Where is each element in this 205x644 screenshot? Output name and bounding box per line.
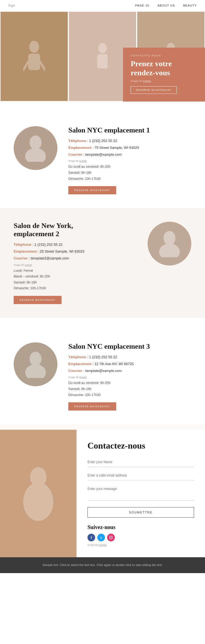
location-phone-row-3: Téléphone : 1 (232) 252 55 22 (68, 354, 191, 360)
hero-section: CONTACTEZ-NOUS Prenez votre rendez-vous … (0, 11, 205, 102)
svg-point-4 (98, 43, 107, 53)
location-address-row-2: Emplacement : 25 Street Sample, WI 63025 (14, 249, 131, 255)
reserve-button-2[interactable]: RESERVE MAINTENANT (14, 296, 61, 304)
svg-line-2 (23, 62, 28, 70)
hero-content-box: CONTACTEZ-NOUS Prenez votre rendez-vous … (123, 48, 205, 102)
location-address-row-1: Emplacement : 75 Street Sample, WI 63025 (68, 145, 191, 151)
logo: logo (8, 3, 15, 8)
svg-point-15 (23, 483, 53, 521)
location-image-2 (148, 222, 191, 265)
loc-image-credit-1: Image de Gratuit (68, 160, 191, 162)
svg-line-3 (40, 62, 45, 70)
svg-point-18 (112, 536, 112, 537)
svg-point-17 (110, 537, 112, 538)
location-email-row-1: Courrier : template@sample.com (68, 152, 191, 158)
svg-point-12 (30, 352, 42, 366)
nav-links: PAGE 15 ABOUT US BEAUTY (135, 4, 197, 7)
svg-point-8 (30, 135, 42, 150)
twitter-icon[interactable]: t (97, 534, 105, 541)
contact-section: Contactez-nous SOUMETTRE Suivez-nous f t… (0, 430, 205, 557)
location-section-3: Salon NYC emplacement 3 Téléphone : 1 (2… (0, 329, 205, 424)
instagram-icon[interactable] (107, 534, 115, 541)
location-section-1: Salon NYC emplacement 1 Téléphone : 1 (2… (0, 112, 205, 208)
submit-button[interactable]: SOUMETTRE (87, 507, 194, 518)
contact-image (0, 430, 77, 557)
hero-reserve-button[interactable]: RESERVE MAINTENANT (131, 86, 177, 94)
svg-rect-1 (28, 54, 40, 70)
facebook-icon[interactable]: f (87, 534, 95, 541)
location-title-1: Salon NYC emplacement 1 (68, 126, 191, 134)
social-icons: f t (87, 534, 194, 541)
contact-name-input[interactable] (87, 457, 194, 467)
hero-image-1 (1, 12, 68, 101)
hero-title: Prenez votre rendez-vous (131, 59, 197, 77)
nav-link-beauty[interactable]: BEAUTY (183, 4, 197, 7)
reserve-button-1[interactable]: RESERVE MAINTENANT (68, 186, 116, 194)
location-address-row-3: Emplacement : 12 7th Ave NY, WI 66725 (68, 361, 191, 367)
svg-point-0 (29, 41, 39, 53)
navigation: logo PAGE 15 ABOUT US BEAUTY (0, 0, 205, 11)
reserve-button-3[interactable]: RESERVE MAINTENANT (68, 402, 116, 411)
loc-image-credit-2: Image de Gratuit (14, 264, 131, 266)
location-email-row-3: Courrier : template@sample.com (68, 368, 191, 374)
location-image-1 (14, 126, 57, 170)
location-hours-1: Du lundi au vendredi: 8h-20h Samedi: 9h-… (68, 164, 191, 182)
svg-point-11 (159, 244, 180, 257)
location-title-3: Salon NYC emplacement 3 (68, 342, 191, 351)
location-hours-3: Du lundi au vendredi: 8h-20h Samedi: 9h-… (68, 380, 191, 398)
svg-rect-5 (97, 54, 108, 68)
footer-text: Sample text. Click to select the text bo… (8, 563, 197, 568)
loc-image-credit-3: Image de Gratuit (68, 376, 191, 379)
contact-credit: Image de Freepik (87, 544, 194, 546)
svg-point-10 (163, 231, 175, 245)
location-info-1: Salon NYC emplacement 1 Téléphone : 1 (2… (68, 126, 191, 194)
contact-message-input[interactable] (87, 484, 194, 501)
location-info-3: Salon NYC emplacement 3 Téléphone : 1 (2… (68, 342, 191, 411)
location-hours-2: Lundi: Fermé Mardi – vendredi: 8h-20h Sa… (14, 268, 131, 291)
contact-form: Contactez-nous SOUMETTRE Suivez-nous f t… (77, 430, 205, 557)
svg-point-9 (25, 148, 46, 162)
location-title-2: Salon de New York,emplacement 2 (14, 222, 131, 238)
nav-link-about[interactable]: ABOUT US (157, 4, 175, 7)
contact-email-input[interactable] (87, 471, 194, 480)
location-phone-row-1: Téléphone : 1 (232) 252 55 22 (68, 138, 191, 144)
footer: Sample text. Click to select the text bo… (0, 557, 205, 573)
hero-image-credit: Images de Freepik (131, 80, 197, 82)
contact-title: Contactez-nous (87, 441, 194, 451)
nav-link-page15[interactable]: PAGE 15 (135, 4, 149, 7)
location-email-row-2: Courrier : template2@sample.com (14, 256, 131, 261)
location-info-2: Salon de New York,emplacement 2 Téléphon… (14, 222, 137, 304)
svg-rect-16 (109, 536, 113, 539)
location-phone-row-2: Téléphone : 1 (232) 252 55 22 (14, 242, 131, 248)
location-section-2: Salon de New York,emplacement 2 Téléphon… (0, 208, 205, 318)
svg-point-13 (25, 364, 46, 378)
location-image-3 (14, 342, 57, 386)
hero-small-label: CONTACTEZ-NOUS (131, 54, 197, 57)
follow-title: Suivez-nous (87, 524, 194, 530)
